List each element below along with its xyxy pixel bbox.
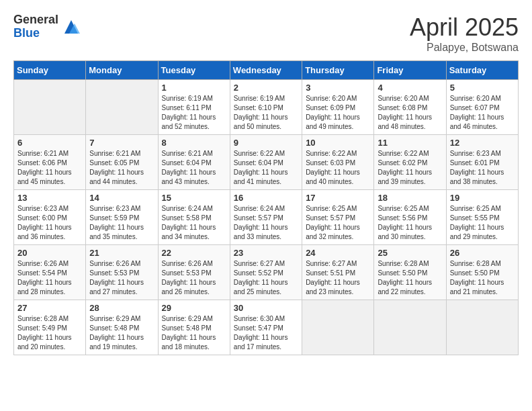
day-info: Sunrise: 6:20 AM Sunset: 6:08 PM Dayligh… xyxy=(378,94,442,132)
day-number: 7 xyxy=(89,138,154,148)
page-header: General Blue April 2025 Palapye, Botswan… xyxy=(13,13,519,54)
calendar-cell: 5Sunrise: 6:20 AM Sunset: 6:07 PM Daylig… xyxy=(446,80,518,135)
day-info: Sunrise: 6:20 AM Sunset: 6:09 PM Dayligh… xyxy=(306,94,370,132)
calendar-cell: 13Sunrise: 6:23 AM Sunset: 6:00 PM Dayli… xyxy=(14,190,86,245)
calendar-cell: 11Sunrise: 6:22 AM Sunset: 6:02 PM Dayli… xyxy=(374,135,446,190)
calendar-cell: 12Sunrise: 6:23 AM Sunset: 6:01 PM Dayli… xyxy=(446,135,518,190)
calendar-cell: 17Sunrise: 6:25 AM Sunset: 5:57 PM Dayli… xyxy=(302,190,374,245)
day-info: Sunrise: 6:22 AM Sunset: 6:04 PM Dayligh… xyxy=(234,149,298,187)
day-number: 15 xyxy=(162,193,226,203)
calendar-table: SundayMondayTuesdayWednesdayThursdayFrid… xyxy=(13,60,519,355)
day-info: Sunrise: 6:21 AM Sunset: 6:04 PM Dayligh… xyxy=(162,149,226,187)
calendar-week-row: 27Sunrise: 6:28 AM Sunset: 5:49 PM Dayli… xyxy=(14,300,519,355)
calendar-cell: 8Sunrise: 6:21 AM Sunset: 6:04 PM Daylig… xyxy=(158,135,230,190)
day-number: 1 xyxy=(162,83,226,93)
col-header-wednesday: Wednesday xyxy=(230,61,302,80)
calendar-week-row: 13Sunrise: 6:23 AM Sunset: 6:00 PM Dayli… xyxy=(14,190,519,245)
day-info: Sunrise: 6:25 AM Sunset: 5:56 PM Dayligh… xyxy=(378,204,442,242)
col-header-tuesday: Tuesday xyxy=(158,61,230,80)
calendar-cell: 23Sunrise: 6:27 AM Sunset: 5:52 PM Dayli… xyxy=(230,245,302,300)
day-number: 9 xyxy=(234,138,298,148)
day-number: 25 xyxy=(378,248,442,258)
calendar-cell: 14Sunrise: 6:23 AM Sunset: 5:59 PM Dayli… xyxy=(86,190,158,245)
calendar-cell: 19Sunrise: 6:25 AM Sunset: 5:55 PM Dayli… xyxy=(446,190,518,245)
day-number: 29 xyxy=(162,303,226,313)
day-info: Sunrise: 6:19 AM Sunset: 6:11 PM Dayligh… xyxy=(162,94,226,132)
day-number: 26 xyxy=(450,248,515,258)
day-number: 10 xyxy=(306,138,370,148)
calendar-cell: 7Sunrise: 6:21 AM Sunset: 6:05 PM Daylig… xyxy=(86,135,158,190)
day-number: 14 xyxy=(89,193,154,203)
day-info: Sunrise: 6:29 AM Sunset: 5:48 PM Dayligh… xyxy=(89,314,154,352)
day-info: Sunrise: 6:22 AM Sunset: 6:03 PM Dayligh… xyxy=(306,149,370,187)
logo-general-text: General xyxy=(13,13,58,27)
day-number: 30 xyxy=(234,303,298,313)
calendar-cell: 16Sunrise: 6:24 AM Sunset: 5:57 PM Dayli… xyxy=(230,190,302,245)
month-title: April 2025 xyxy=(410,13,519,42)
day-info: Sunrise: 6:24 AM Sunset: 5:57 PM Dayligh… xyxy=(234,204,298,242)
calendar-cell: 30Sunrise: 6:30 AM Sunset: 5:47 PM Dayli… xyxy=(230,300,302,355)
calendar-cell: 4Sunrise: 6:20 AM Sunset: 6:08 PM Daylig… xyxy=(374,80,446,135)
calendar-cell: 28Sunrise: 6:29 AM Sunset: 5:48 PM Dayli… xyxy=(86,300,158,355)
logo: General Blue xyxy=(13,13,81,40)
day-info: Sunrise: 6:29 AM Sunset: 5:48 PM Dayligh… xyxy=(162,314,226,352)
day-number: 11 xyxy=(378,138,442,148)
calendar-cell: 9Sunrise: 6:22 AM Sunset: 6:04 PM Daylig… xyxy=(230,135,302,190)
day-info: Sunrise: 6:26 AM Sunset: 5:53 PM Dayligh… xyxy=(89,259,154,297)
col-header-sunday: Sunday xyxy=(14,61,86,80)
calendar-cell: 26Sunrise: 6:28 AM Sunset: 5:50 PM Dayli… xyxy=(446,245,518,300)
day-number: 5 xyxy=(450,83,515,93)
col-header-friday: Friday xyxy=(374,61,446,80)
day-info: Sunrise: 6:19 AM Sunset: 6:10 PM Dayligh… xyxy=(234,94,298,132)
day-info: Sunrise: 6:28 AM Sunset: 5:50 PM Dayligh… xyxy=(450,259,515,297)
calendar-cell xyxy=(374,300,446,355)
logo-blue-text: Blue xyxy=(13,27,58,40)
calendar-cell: 20Sunrise: 6:26 AM Sunset: 5:54 PM Dayli… xyxy=(14,245,86,300)
calendar-cell xyxy=(446,300,518,355)
day-number: 16 xyxy=(234,193,298,203)
calendar-week-row: 6Sunrise: 6:21 AM Sunset: 6:06 PM Daylig… xyxy=(14,135,519,190)
day-number: 4 xyxy=(378,83,442,93)
col-header-monday: Monday xyxy=(86,61,158,80)
col-header-saturday: Saturday xyxy=(446,61,518,80)
day-info: Sunrise: 6:23 AM Sunset: 5:59 PM Dayligh… xyxy=(89,204,154,242)
calendar-cell: 6Sunrise: 6:21 AM Sunset: 6:06 PM Daylig… xyxy=(14,135,86,190)
calendar-cell: 15Sunrise: 6:24 AM Sunset: 5:58 PM Dayli… xyxy=(158,190,230,245)
calendar-cell: 29Sunrise: 6:29 AM Sunset: 5:48 PM Dayli… xyxy=(158,300,230,355)
calendar-cell: 18Sunrise: 6:25 AM Sunset: 5:56 PM Dayli… xyxy=(374,190,446,245)
day-number: 22 xyxy=(162,248,226,258)
day-number: 21 xyxy=(89,248,154,258)
day-number: 18 xyxy=(378,193,442,203)
calendar-cell: 21Sunrise: 6:26 AM Sunset: 5:53 PM Dayli… xyxy=(86,245,158,300)
day-info: Sunrise: 6:22 AM Sunset: 6:02 PM Dayligh… xyxy=(378,149,442,187)
day-info: Sunrise: 6:28 AM Sunset: 5:50 PM Dayligh… xyxy=(378,259,442,297)
day-info: Sunrise: 6:20 AM Sunset: 6:07 PM Dayligh… xyxy=(450,94,515,132)
calendar-cell xyxy=(86,80,158,135)
day-info: Sunrise: 6:28 AM Sunset: 5:49 PM Dayligh… xyxy=(17,314,82,352)
calendar-cell xyxy=(14,80,86,135)
day-info: Sunrise: 6:23 AM Sunset: 6:00 PM Dayligh… xyxy=(17,204,82,242)
day-info: Sunrise: 6:26 AM Sunset: 5:53 PM Dayligh… xyxy=(162,259,226,297)
day-number: 23 xyxy=(234,248,298,258)
day-info: Sunrise: 6:27 AM Sunset: 5:51 PM Dayligh… xyxy=(306,259,370,297)
title-block: April 2025 Palapye, Botswana xyxy=(410,13,519,54)
day-info: Sunrise: 6:30 AM Sunset: 5:47 PM Dayligh… xyxy=(234,314,298,352)
day-info: Sunrise: 6:25 AM Sunset: 5:57 PM Dayligh… xyxy=(306,204,370,242)
day-info: Sunrise: 6:23 AM Sunset: 6:01 PM Dayligh… xyxy=(450,149,515,187)
day-number: 28 xyxy=(89,303,154,313)
calendar-cell: 1Sunrise: 6:19 AM Sunset: 6:11 PM Daylig… xyxy=(158,80,230,135)
location-title: Palapye, Botswana xyxy=(410,42,519,54)
day-number: 12 xyxy=(450,138,515,148)
day-number: 13 xyxy=(17,193,82,203)
calendar-week-row: 20Sunrise: 6:26 AM Sunset: 5:54 PM Dayli… xyxy=(14,245,519,300)
day-info: Sunrise: 6:27 AM Sunset: 5:52 PM Dayligh… xyxy=(234,259,298,297)
calendar-cell xyxy=(302,300,374,355)
logo-icon xyxy=(61,17,81,37)
day-number: 27 xyxy=(17,303,82,313)
calendar-header-row: SundayMondayTuesdayWednesdayThursdayFrid… xyxy=(14,61,519,80)
day-number: 3 xyxy=(306,83,370,93)
calendar-cell: 27Sunrise: 6:28 AM Sunset: 5:49 PM Dayli… xyxy=(14,300,86,355)
day-number: 17 xyxy=(306,193,370,203)
calendar-cell: 25Sunrise: 6:28 AM Sunset: 5:50 PM Dayli… xyxy=(374,245,446,300)
calendar-cell: 10Sunrise: 6:22 AM Sunset: 6:03 PM Dayli… xyxy=(302,135,374,190)
